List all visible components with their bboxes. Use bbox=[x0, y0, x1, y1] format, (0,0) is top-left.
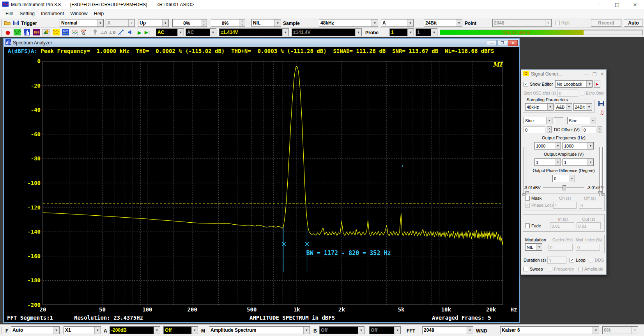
open-file-icon[interactable] bbox=[4, 19, 11, 27]
trigger-delay-spinner[interactable]: 0%▴▾ bbox=[211, 19, 245, 27]
fft-size-select[interactable]: 2048▾ bbox=[422, 326, 473, 334]
menu-file[interactable]: File bbox=[2, 10, 16, 18]
range-a-select[interactable]: ±1.414V▾ bbox=[219, 28, 289, 36]
fade-checkbox[interactable] bbox=[525, 223, 530, 228]
balance-slider[interactable] bbox=[543, 187, 584, 188]
range-b-select[interactable]: ±141.4V▾ bbox=[292, 28, 362, 36]
bit-resolution-select[interactable]: 24Bit▾ bbox=[424, 19, 462, 27]
amplitude-b-select[interactable]: 1▾ bbox=[563, 158, 594, 166]
menu-instrument[interactable]: Instrument bbox=[38, 10, 67, 18]
loopback-select[interactable]: No Loopback▾ bbox=[555, 80, 593, 88]
save-file-icon[interactable] bbox=[12, 19, 20, 27]
sweep-checkbox[interactable] bbox=[524, 267, 528, 271]
phase-lock-checkbox[interactable] bbox=[525, 203, 530, 208]
sg-restore-button[interactable]: □ bbox=[593, 71, 597, 77]
play-loop-icon[interactable]: ▶○ bbox=[143, 28, 151, 36]
trigger-source-select[interactable]: A▾ bbox=[106, 19, 135, 27]
menu-setting[interactable]: Setting bbox=[16, 10, 38, 18]
fade-out-input[interactable]: 0.01 bbox=[577, 222, 601, 229]
dc-offset-a-input[interactable]: 0 bbox=[524, 126, 545, 133]
spinner-arrows[interactable]: ▴▾ bbox=[239, 19, 245, 26]
spinner-arrows[interactable]: ▴▾ bbox=[201, 19, 207, 26]
record-button[interactable]: Record bbox=[591, 19, 621, 27]
modulation-type-select[interactable]: NIL▾ bbox=[525, 243, 542, 251]
record-length-select[interactable]: 2048▾ bbox=[492, 19, 552, 27]
overlap-select[interactable]: 0%▾ bbox=[602, 326, 638, 334]
a-mode-select[interactable]: Off▾ bbox=[163, 326, 198, 334]
b-mode-select[interactable]: Off▾ bbox=[369, 326, 401, 334]
menu-window[interactable]: Window bbox=[67, 10, 90, 18]
sweep-amplitude-checkbox[interactable] bbox=[578, 267, 583, 271]
child-close-button[interactable]: × bbox=[508, 40, 518, 46]
duration-input[interactable]: 1 bbox=[547, 257, 566, 264]
sampling-channel-select[interactable]: A▾ bbox=[381, 19, 414, 27]
sg-sampling-rate-select[interactable]: 48kHz▾ bbox=[525, 103, 554, 111]
sg-close-button[interactable]: × bbox=[600, 71, 604, 77]
probe-b-select[interactable]: 1▾ bbox=[416, 28, 437, 36]
trigger-level-spinner[interactable]: 0%▴▾ bbox=[172, 19, 207, 27]
signal-generator-icon[interactable] bbox=[52, 28, 60, 36]
child-restore-button[interactable]: ❐ bbox=[497, 40, 507, 46]
marker-b-icon[interactable]: ⊥B bbox=[108, 28, 116, 36]
auto-button[interactable]: Auto bbox=[624, 19, 643, 27]
show-editor-checkbox[interactable] bbox=[524, 82, 528, 86]
mask-checkbox[interactable] bbox=[525, 196, 530, 201]
trigger-mode-select[interactable]: Normal▾ bbox=[60, 19, 104, 27]
coupling-b-select[interactable]: AC▾ bbox=[186, 28, 216, 36]
display-mode-select[interactable]: Amplitude Spectrum▾ bbox=[209, 326, 310, 334]
balance-slider-handle[interactable] bbox=[563, 185, 566, 190]
sg-run-button[interactable]: ▶ bbox=[594, 81, 600, 88]
window-function-select[interactable]: Kaiser 6▾ bbox=[500, 326, 599, 334]
spectrum-plot[interactable]: BW = 1172 - 820 = 352 Hz0-20-40-60-80-10… bbox=[4, 55, 519, 314]
frequency-axis-select[interactable]: Auto▾ bbox=[11, 326, 60, 334]
waveform-more-button[interactable]: ... bbox=[554, 117, 563, 124]
spectrum-window-titlebar[interactable]: Spectrum Analyzer — ❐ × bbox=[4, 39, 519, 47]
dc-offset-a-spinner[interactable]: ▴▾ bbox=[547, 126, 552, 133]
frequency-a-select[interactable]: 1000▾ bbox=[534, 142, 561, 150]
output-level-slider-b-left[interactable] bbox=[599, 147, 601, 196]
signal-generator-titlebar[interactable]: Signal Gener... — □ × bbox=[521, 70, 606, 78]
sg-minimize-button[interactable]: — bbox=[584, 71, 589, 77]
start-osc-input[interactable]: 0 bbox=[557, 90, 578, 97]
waveform-b-select[interactable]: Sine▾ bbox=[567, 117, 596, 124]
sg-save-icon[interactable] bbox=[598, 101, 604, 107]
dc-offset-b-input[interactable]: 0 bbox=[582, 126, 596, 133]
carrier-input[interactable]: 0 bbox=[548, 244, 573, 251]
menu-help[interactable]: Help bbox=[91, 10, 107, 18]
ddp-viewer-icon[interactable]: DDP bbox=[80, 28, 88, 36]
loop-checkbox[interactable] bbox=[570, 258, 574, 262]
record-icon[interactable]: ● bbox=[4, 28, 12, 36]
maximize-button[interactable]: □ bbox=[608, 0, 626, 9]
sampling-rate-select[interactable]: 48kHz▾ bbox=[319, 19, 378, 27]
sg-bits-select[interactable]: 24Bit▾ bbox=[573, 103, 592, 111]
frequency-b-select[interactable]: 1000▾ bbox=[563, 142, 594, 150]
mask-off-input[interactable]: 0 bbox=[579, 202, 602, 209]
marker-a-icon[interactable]: ⊥A bbox=[100, 28, 108, 36]
roll-checkbox[interactable]: Roll bbox=[555, 20, 570, 26]
output-level-slider-a-left[interactable] bbox=[524, 147, 525, 196]
sg-channels-select[interactable]: A&B▾ bbox=[555, 103, 572, 111]
dut-icon[interactable]: DUT bbox=[62, 28, 69, 36]
phase-select[interactable]: 0▾ bbox=[552, 175, 575, 182]
multimeter-icon[interactable]: 888 bbox=[33, 28, 41, 36]
probe-calibration-icon[interactable] bbox=[117, 28, 125, 36]
oscilloscope-icon[interactable] bbox=[13, 28, 21, 36]
mod-index-input[interactable]: 0 bbox=[576, 244, 600, 251]
lcr-meter-icon[interactable] bbox=[71, 28, 79, 36]
probe-a-select[interactable]: 1▾ bbox=[389, 28, 414, 36]
speaker-icon[interactable] bbox=[126, 28, 134, 36]
echo-only-checkbox[interactable] bbox=[580, 91, 584, 95]
coupling-a-select[interactable]: AC▾ bbox=[156, 28, 184, 36]
b-range-select[interactable]: Off▾ bbox=[319, 326, 364, 334]
microphone-icon[interactable] bbox=[91, 28, 99, 36]
minimize-button[interactable]: – bbox=[590, 0, 608, 9]
sweep-frequency-checkbox[interactable] bbox=[548, 267, 552, 271]
mask-on-input[interactable]: 1 bbox=[553, 202, 577, 209]
close-button[interactable]: × bbox=[626, 0, 644, 9]
output-level-slider-a-right[interactable] bbox=[527, 147, 528, 196]
dds-checkbox[interactable] bbox=[589, 258, 593, 262]
output-level-slider-b-right[interactable] bbox=[602, 147, 604, 196]
trigger-edge-select[interactable]: Up▾ bbox=[138, 19, 169, 27]
sg-music-note-icon[interactable]: ♫ bbox=[599, 109, 604, 116]
spectrum-analyzer-icon[interactable] bbox=[23, 28, 31, 36]
